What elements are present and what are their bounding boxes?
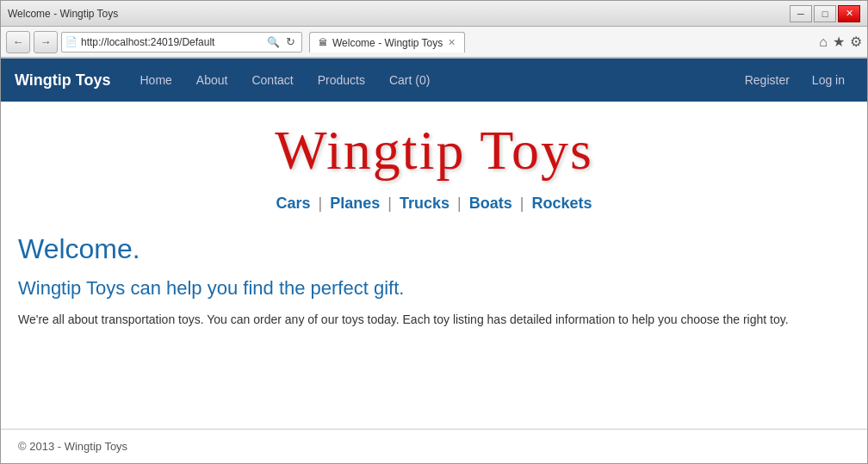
favorites-icon[interactable]: ★ bbox=[833, 34, 845, 50]
welcome-body: We're all about transportation toys. You… bbox=[18, 310, 793, 329]
site-title: Wingtip Toys bbox=[18, 119, 850, 183]
home-icon[interactable]: ⌂ bbox=[819, 34, 828, 50]
nav-cart[interactable]: Cart (0) bbox=[377, 61, 442, 99]
nav-register[interactable]: Register bbox=[736, 61, 798, 99]
tab-close-button[interactable]: ✕ bbox=[448, 37, 456, 48]
main-content: Wingtip Toys Cars | Planes | Trucks | Bo… bbox=[1, 102, 867, 429]
window-controls: ─ □ ✕ bbox=[790, 5, 860, 22]
window-title: Welcome - Wingtip Toys bbox=[8, 8, 118, 20]
tab-title: Welcome - Wingtip Toys bbox=[332, 37, 443, 49]
browser-content: Wingtip Toys Home About Contact Products… bbox=[1, 58, 867, 463]
nav-home[interactable]: Home bbox=[128, 61, 184, 99]
category-links: Cars | Planes | Trucks | Boats | Rockets bbox=[18, 195, 850, 213]
forward-button[interactable]: → bbox=[34, 31, 58, 53]
navbar: Wingtip Toys Home About Contact Products… bbox=[1, 59, 867, 102]
settings-icon[interactable]: ⚙ bbox=[850, 34, 862, 50]
sep-1: | bbox=[319, 195, 323, 212]
category-trucks[interactable]: Trucks bbox=[400, 195, 450, 212]
welcome-subheading: Wingtip Toys can help you find the perfe… bbox=[18, 277, 850, 300]
welcome-heading: Welcome. bbox=[18, 233, 850, 265]
category-planes[interactable]: Planes bbox=[330, 195, 380, 212]
footer: © 2013 - Wingtip Toys bbox=[1, 429, 867, 463]
category-rockets[interactable]: Rockets bbox=[531, 195, 592, 212]
tab-favicon: 🏛 bbox=[319, 38, 327, 47]
nav-contact[interactable]: Contact bbox=[239, 61, 305, 99]
navbar-right: Register Log in bbox=[736, 61, 853, 99]
navbar-brand[interactable]: Wingtip Toys bbox=[15, 71, 111, 90]
category-cars[interactable]: Cars bbox=[276, 195, 310, 212]
title-bar: Welcome - Wingtip Toys ─ □ ✕ bbox=[1, 1, 867, 27]
nav-login[interactable]: Log in bbox=[803, 61, 853, 99]
footer-copyright: © 2013 - Wingtip Toys bbox=[18, 440, 127, 453]
url-icon: 📄 bbox=[65, 36, 78, 47]
toolbar-right: ⌂ ★ ⚙ bbox=[819, 34, 862, 50]
nav-products[interactable]: Products bbox=[306, 61, 377, 99]
refresh-button[interactable]: ↻ bbox=[283, 35, 298, 48]
back-button[interactable]: ← bbox=[6, 31, 30, 53]
nav-about[interactable]: About bbox=[184, 61, 240, 99]
close-button[interactable]: ✕ bbox=[838, 5, 860, 22]
minimize-button[interactable]: ─ bbox=[790, 5, 812, 22]
sep-3: | bbox=[457, 195, 462, 212]
url-bar[interactable]: 📄 🔍 ↻ bbox=[61, 32, 302, 53]
address-bar: ← → 📄 🔍 ↻ 🏛 Welcome - Wingtip Toys ✕ ⌂ ★… bbox=[1, 27, 867, 58]
url-input[interactable] bbox=[81, 36, 264, 48]
sep-4: | bbox=[520, 195, 524, 212]
active-tab[interactable]: 🏛 Welcome - Wingtip Toys ✕ bbox=[309, 32, 465, 53]
maximize-button[interactable]: □ bbox=[814, 5, 836, 22]
category-boats[interactable]: Boats bbox=[469, 195, 512, 212]
sep-2: | bbox=[388, 195, 392, 212]
search-icon[interactable]: 🔍 bbox=[267, 36, 280, 48]
navbar-links: Home About Contact Products Cart (0) bbox=[128, 61, 443, 99]
